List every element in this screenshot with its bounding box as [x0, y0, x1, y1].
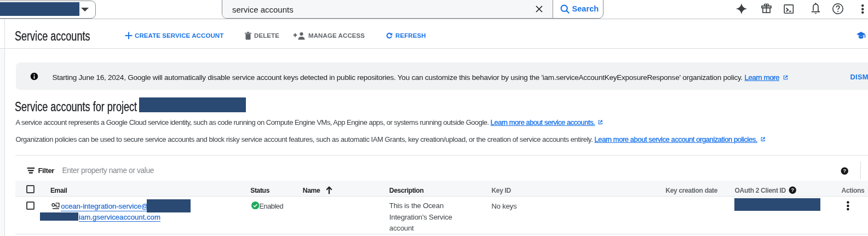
svg-text:?: ? — [843, 168, 846, 174]
svg-text:?: ? — [791, 187, 794, 193]
